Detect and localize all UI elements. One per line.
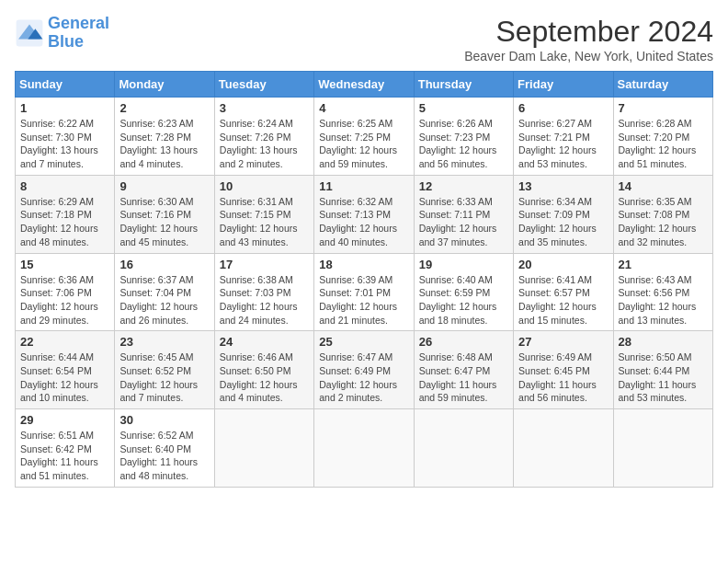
day-number: 15 bbox=[20, 258, 109, 271]
day-info: Sunrise: 6:27 AMSunset: 7:21 PMDaylight:… bbox=[518, 117, 608, 171]
day-cell: 16Sunrise: 6:37 AMSunset: 7:04 PMDayligh… bbox=[115, 253, 214, 331]
day-cell: 6Sunrise: 6:27 AMSunset: 7:21 PMDaylight… bbox=[514, 98, 613, 176]
day-info: Sunrise: 6:44 AMSunset: 6:54 PMDaylight:… bbox=[20, 350, 109, 405]
day-cell: 30Sunrise: 6:52 AMSunset: 6:40 PMDayligh… bbox=[115, 409, 214, 488]
day-cell: 1Sunrise: 6:22 AMSunset: 7:30 PMDaylight… bbox=[16, 98, 115, 176]
day-number: 25 bbox=[319, 335, 408, 349]
logo-line1: General bbox=[48, 14, 109, 32]
day-cell: 21Sunrise: 6:43 AMSunset: 6:56 PMDayligh… bbox=[613, 253, 712, 331]
header-tuesday: Tuesday bbox=[214, 72, 313, 98]
header-monday: Monday bbox=[115, 72, 214, 98]
day-number: 22 bbox=[20, 335, 109, 349]
day-number: 16 bbox=[119, 258, 209, 271]
day-cell: 5Sunrise: 6:26 AMSunset: 7:23 PMDaylight… bbox=[414, 98, 513, 176]
day-number: 23 bbox=[119, 335, 209, 349]
day-cell: 27Sunrise: 6:49 AMSunset: 6:45 PMDayligh… bbox=[514, 331, 613, 409]
day-number: 4 bbox=[319, 101, 408, 115]
header-friday: Friday bbox=[514, 72, 613, 98]
day-cell: 13Sunrise: 6:34 AMSunset: 7:09 PMDayligh… bbox=[514, 175, 613, 253]
day-cell: 26Sunrise: 6:48 AMSunset: 6:47 PMDayligh… bbox=[414, 331, 513, 409]
day-info: Sunrise: 6:46 AMSunset: 6:50 PMDaylight:… bbox=[220, 350, 309, 405]
day-number: 24 bbox=[220, 335, 309, 349]
day-number: 18 bbox=[319, 258, 408, 271]
day-cell: 14Sunrise: 6:35 AMSunset: 7:08 PMDayligh… bbox=[613, 175, 712, 253]
week-row-1: 1Sunrise: 6:22 AMSunset: 7:30 PMDaylight… bbox=[16, 98, 713, 176]
day-cell: 22Sunrise: 6:44 AMSunset: 6:54 PMDayligh… bbox=[16, 331, 115, 409]
day-number: 10 bbox=[220, 179, 309, 193]
month-title: September 2024 bbox=[464, 15, 713, 49]
day-number: 8 bbox=[20, 179, 109, 193]
day-info: Sunrise: 6:50 AMSunset: 6:44 PMDaylight:… bbox=[619, 350, 708, 405]
day-number: 13 bbox=[518, 179, 608, 193]
day-cell: 12Sunrise: 6:33 AMSunset: 7:11 PMDayligh… bbox=[414, 175, 513, 253]
day-cell bbox=[314, 409, 414, 488]
day-number: 6 bbox=[518, 101, 608, 115]
day-cell bbox=[514, 409, 613, 488]
day-number: 3 bbox=[220, 101, 309, 115]
day-info: Sunrise: 6:35 AMSunset: 7:08 PMDaylight:… bbox=[619, 195, 708, 249]
day-info: Sunrise: 6:40 AMSunset: 6:59 PMDaylight:… bbox=[419, 273, 508, 327]
week-row-4: 22Sunrise: 6:44 AMSunset: 6:54 PMDayligh… bbox=[16, 331, 713, 409]
day-info: Sunrise: 6:51 AMSunset: 6:42 PMDaylight:… bbox=[20, 429, 109, 483]
day-cell: 4Sunrise: 6:25 AMSunset: 7:25 PMDaylight… bbox=[314, 98, 414, 176]
week-row-3: 15Sunrise: 6:36 AMSunset: 7:06 PMDayligh… bbox=[16, 253, 713, 331]
day-info: Sunrise: 6:37 AMSunset: 7:04 PMDaylight:… bbox=[119, 273, 209, 327]
day-info: Sunrise: 6:38 AMSunset: 7:03 PMDaylight:… bbox=[220, 273, 309, 327]
day-number: 19 bbox=[419, 258, 508, 271]
day-cell: 10Sunrise: 6:31 AMSunset: 7:15 PMDayligh… bbox=[214, 175, 313, 253]
day-number: 21 bbox=[619, 258, 708, 271]
day-info: Sunrise: 6:47 AMSunset: 6:49 PMDaylight:… bbox=[319, 350, 408, 405]
day-info: Sunrise: 6:25 AMSunset: 7:25 PMDaylight:… bbox=[319, 117, 408, 171]
day-cell: 24Sunrise: 6:46 AMSunset: 6:50 PMDayligh… bbox=[214, 331, 313, 409]
day-number: 20 bbox=[518, 258, 608, 271]
week-row-5: 29Sunrise: 6:51 AMSunset: 6:42 PMDayligh… bbox=[16, 409, 713, 488]
page-header: General Blue September 2024 Beaver Dam L… bbox=[15, 15, 713, 63]
logo-icon bbox=[15, 18, 44, 48]
day-info: Sunrise: 6:43 AMSunset: 6:56 PMDaylight:… bbox=[619, 273, 708, 327]
day-cell bbox=[214, 409, 313, 488]
header-thursday: Thursday bbox=[414, 72, 513, 98]
logo-line2: Blue bbox=[48, 32, 84, 51]
day-number: 26 bbox=[419, 335, 508, 349]
day-info: Sunrise: 6:29 AMSunset: 7:18 PMDaylight:… bbox=[20, 195, 109, 249]
day-info: Sunrise: 6:26 AMSunset: 7:23 PMDaylight:… bbox=[419, 117, 508, 171]
day-number: 12 bbox=[419, 179, 508, 193]
header-row: SundayMondayTuesdayWednesdayThursdayFrid… bbox=[16, 72, 713, 98]
day-info: Sunrise: 6:45 AMSunset: 6:52 PMDaylight:… bbox=[119, 350, 209, 405]
location-subtitle: Beaver Dam Lake, New York, United States bbox=[464, 49, 713, 63]
day-cell: 28Sunrise: 6:50 AMSunset: 6:44 PMDayligh… bbox=[613, 331, 712, 409]
day-cell: 23Sunrise: 6:45 AMSunset: 6:52 PMDayligh… bbox=[115, 331, 214, 409]
header-wednesday: Wednesday bbox=[314, 72, 414, 98]
day-number: 9 bbox=[119, 179, 209, 193]
day-cell: 9Sunrise: 6:30 AMSunset: 7:16 PMDaylight… bbox=[115, 175, 214, 253]
day-cell: 8Sunrise: 6:29 AMSunset: 7:18 PMDaylight… bbox=[16, 175, 115, 253]
day-info: Sunrise: 6:22 AMSunset: 7:30 PMDaylight:… bbox=[20, 117, 109, 171]
day-info: Sunrise: 6:36 AMSunset: 7:06 PMDaylight:… bbox=[20, 273, 109, 327]
day-number: 7 bbox=[619, 101, 708, 115]
day-number: 11 bbox=[319, 179, 408, 193]
day-cell bbox=[613, 409, 712, 488]
day-number: 2 bbox=[119, 101, 209, 115]
day-info: Sunrise: 6:34 AMSunset: 7:09 PMDaylight:… bbox=[518, 195, 608, 249]
calendar-header: SundayMondayTuesdayWednesdayThursdayFrid… bbox=[16, 72, 713, 98]
header-saturday: Saturday bbox=[613, 72, 712, 98]
day-cell: 29Sunrise: 6:51 AMSunset: 6:42 PMDayligh… bbox=[16, 409, 115, 488]
day-info: Sunrise: 6:30 AMSunset: 7:16 PMDaylight:… bbox=[119, 195, 209, 249]
day-number: 5 bbox=[419, 101, 508, 115]
day-info: Sunrise: 6:39 AMSunset: 7:01 PMDaylight:… bbox=[319, 273, 408, 327]
day-cell: 20Sunrise: 6:41 AMSunset: 6:57 PMDayligh… bbox=[514, 253, 613, 331]
day-number: 17 bbox=[220, 258, 309, 271]
week-row-2: 8Sunrise: 6:29 AMSunset: 7:18 PMDaylight… bbox=[16, 175, 713, 253]
day-number: 27 bbox=[518, 335, 608, 349]
day-info: Sunrise: 6:32 AMSunset: 7:13 PMDaylight:… bbox=[319, 195, 408, 249]
day-number: 29 bbox=[20, 413, 109, 427]
day-cell: 15Sunrise: 6:36 AMSunset: 7:06 PMDayligh… bbox=[16, 253, 115, 331]
day-cell bbox=[414, 409, 513, 488]
day-number: 30 bbox=[119, 413, 209, 427]
day-info: Sunrise: 6:49 AMSunset: 6:45 PMDaylight:… bbox=[518, 350, 608, 405]
day-info: Sunrise: 6:41 AMSunset: 6:57 PMDaylight:… bbox=[518, 273, 608, 327]
day-cell: 2Sunrise: 6:23 AMSunset: 7:28 PMDaylight… bbox=[115, 98, 214, 176]
day-info: Sunrise: 6:23 AMSunset: 7:28 PMDaylight:… bbox=[119, 117, 209, 171]
day-cell: 19Sunrise: 6:40 AMSunset: 6:59 PMDayligh… bbox=[414, 253, 513, 331]
day-info: Sunrise: 6:31 AMSunset: 7:15 PMDaylight:… bbox=[220, 195, 309, 249]
